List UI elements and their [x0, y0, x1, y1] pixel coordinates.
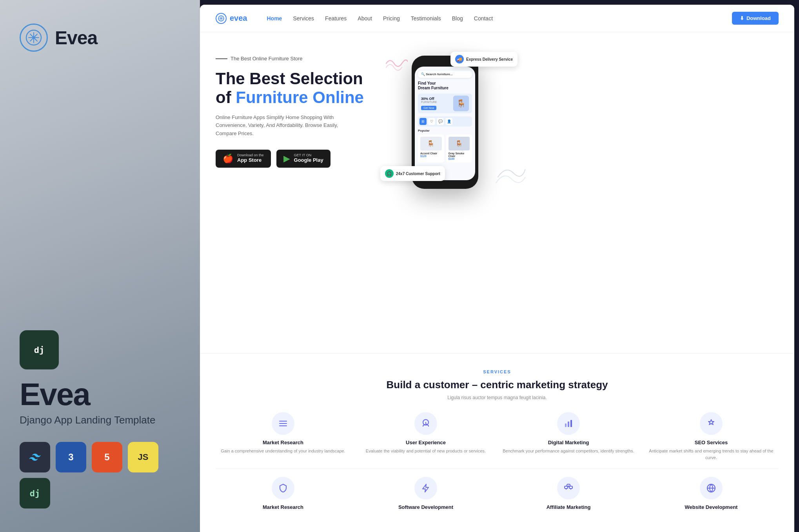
service-name-software: Software Development	[358, 504, 493, 510]
app-store-name: App Store	[237, 157, 264, 164]
service-card-user-experience: User Experience Evaluate the viability a…	[358, 412, 493, 461]
svg-rect-4	[568, 422, 569, 427]
tech-icon-css: 3	[56, 442, 86, 472]
template-subtitle: Django App Landing Template	[20, 414, 180, 426]
tech-icon-html: 5	[92, 442, 122, 472]
right-panel: evea Home Services Features About Pricin…	[200, 0, 799, 532]
tech-icon-django: dj	[20, 478, 50, 508]
nav-link-pricing[interactable]: Pricing	[383, 15, 400, 22]
nav-link-services[interactable]: Services	[293, 15, 314, 22]
svg-rect-5	[570, 420, 572, 427]
bottom-section: dj Evea Django App Landing Template 3 5 …	[20, 315, 180, 508]
support-text: 24x7 Customer Support	[396, 172, 440, 176]
tech-icon-js: JS	[128, 442, 158, 472]
service-name-security: Market Research	[216, 504, 350, 510]
delivery-text: Express Delivery Service	[466, 57, 513, 62]
brand-name-top: Evea	[55, 27, 97, 49]
service-desc-market-research: Gain a comprehensive understanding of yo…	[216, 448, 350, 454]
service-name-digital-marketing: Digital Marketing	[501, 440, 636, 445]
phone-popular-label: Popular	[418, 129, 472, 132]
service-desc-user-experience: Evaluate the viability and potential of …	[358, 448, 493, 454]
service-icon-market-research	[272, 412, 294, 435]
svg-point-1	[32, 36, 36, 40]
hero-section: The Best Online Furniture Store The Best…	[200, 32, 794, 353]
service-name-affiliate: Affiliate Marketing	[501, 504, 636, 510]
google-play-icon: ▶	[283, 154, 290, 164]
services-section: SERVICES Build a customer – centric mark…	[200, 353, 794, 532]
phone-find-text: Find YourDream Furniture	[418, 81, 472, 90]
offer-badge: 30% Off	[421, 97, 437, 101]
tech-icons-row: 3 5 JS dj	[20, 442, 180, 508]
phone-search-bar: 🔍 Search furniture...	[418, 71, 472, 78]
navigation: evea Home Services Features About Pricin…	[200, 5, 794, 32]
service-name-user-experience: User Experience	[358, 440, 493, 445]
phone-screen: 🔍 Search furniture... Find YourDream Fur…	[415, 67, 475, 180]
hero-title: The Best Selection of Furniture Online	[216, 69, 380, 107]
django-icon: dj	[20, 330, 59, 369]
service-card-seo: SEO Services Anticipate market shifts an…	[644, 412, 779, 461]
hero-title-line2: of	[216, 88, 236, 107]
download-icon: ⬇	[740, 15, 744, 21]
services-grid-row1: Market Research Gain a comprehensive und…	[216, 412, 779, 461]
nav-download-button[interactable]: ⬇ Download	[732, 12, 779, 25]
app-store-button[interactable]: 🍎 Download on the App Store	[216, 150, 271, 168]
website-mockup: evea Home Services Features About Pricin…	[200, 5, 794, 532]
service-card-market-research: Market Research Gain a comprehensive und…	[216, 412, 350, 461]
brand-logo-section: Evea	[20, 24, 180, 52]
hero-content: The Best Online Furniture Store The Best…	[216, 52, 380, 338]
services-description: Ligula risus auctor tempus magna feugit …	[216, 395, 779, 400]
hero-title-accent: Furniture Online	[236, 88, 364, 107]
brand-name-bottom: Evea	[20, 379, 180, 410]
service-icon-seo	[700, 412, 723, 435]
nav-link-about[interactable]: About	[358, 15, 372, 22]
brand-logo-icon	[20, 24, 48, 52]
hero-title-line1: The Best Selection	[216, 69, 363, 88]
service-icon-software	[414, 477, 437, 499]
service-icon-digital-marketing	[557, 412, 580, 435]
google-play-name: Google Play	[294, 157, 323, 164]
service-icon-user-experience	[414, 412, 437, 435]
delivery-icon: 🚚	[455, 55, 464, 63]
nav-link-home[interactable]: Home	[267, 15, 282, 22]
services-grid-row2: Market Research Software Development Aff…	[216, 469, 779, 512]
nav-link-features[interactable]: Features	[325, 15, 347, 22]
floating-delivery-badge: 🚚 Express Delivery Service	[450, 52, 518, 67]
service-desc-digital-marketing: Benchmark your performance against compe…	[501, 448, 636, 454]
get-now-btn: Get Now	[421, 106, 436, 110]
hero-description: Online Furniture Apps Simplify Home Shop…	[216, 114, 357, 138]
google-play-label: GET IT ON	[294, 154, 323, 157]
service-card-affiliate: Affiliate Marketing	[501, 477, 636, 512]
services-title: Build a customer – centric marketing str…	[216, 379, 779, 391]
phone-product-card-1: 🪑 Accent Chair $129	[418, 134, 444, 163]
svg-rect-3	[565, 423, 567, 427]
google-play-button[interactable]: ▶ GET IT ON Google Play	[276, 150, 330, 168]
service-desc-seo: Anticipate market shifts and emerging tr…	[644, 448, 779, 461]
nav-link-testimonials[interactable]: Testimonials	[411, 15, 441, 22]
service-icon-website	[700, 477, 723, 499]
tech-icon-tailwind	[20, 442, 50, 472]
nav-link-blog[interactable]: Blog	[452, 15, 463, 22]
service-icon-security	[272, 477, 294, 499]
service-name-seo: SEO Services	[644, 440, 779, 445]
nav-logo-text: evea	[230, 14, 247, 23]
service-card-software: Software Development	[358, 477, 493, 512]
service-icon-affiliate	[557, 477, 580, 499]
phone-product-card-2: 🪑 Gray Smoke Chair $189	[446, 134, 472, 163]
service-card-digital-marketing: Digital Marketing Benchmark your perform…	[501, 412, 636, 461]
support-icon: 🎧	[385, 169, 394, 178]
phone-product-grid: 🪑 Accent Chair $129 🪑 Gray Smoke Chair $…	[418, 134, 472, 163]
service-card-website: Website Development	[644, 477, 779, 512]
nav-link-contact[interactable]: Contact	[474, 15, 493, 22]
nav-logo: evea	[216, 13, 247, 24]
apple-icon: 🍎	[223, 154, 233, 164]
nav-links: Home Services Features About Pricing Tes…	[267, 15, 720, 22]
app-store-label: Download on the	[237, 154, 264, 157]
service-card-security: Market Research	[216, 477, 350, 512]
service-name-market-research: Market Research	[216, 440, 350, 445]
services-label: SERVICES	[216, 369, 779, 374]
floating-support-badge: 🎧 24x7 Customer Support	[380, 166, 445, 181]
store-buttons: 🍎 Download on the App Store ▶ GET IT ON …	[216, 150, 380, 168]
left-panel: Evea dj Evea Django App Landing Template…	[0, 0, 200, 532]
hero-subtitle: The Best Online Furniture Store	[216, 56, 380, 62]
nav-logo-icon	[216, 13, 227, 24]
